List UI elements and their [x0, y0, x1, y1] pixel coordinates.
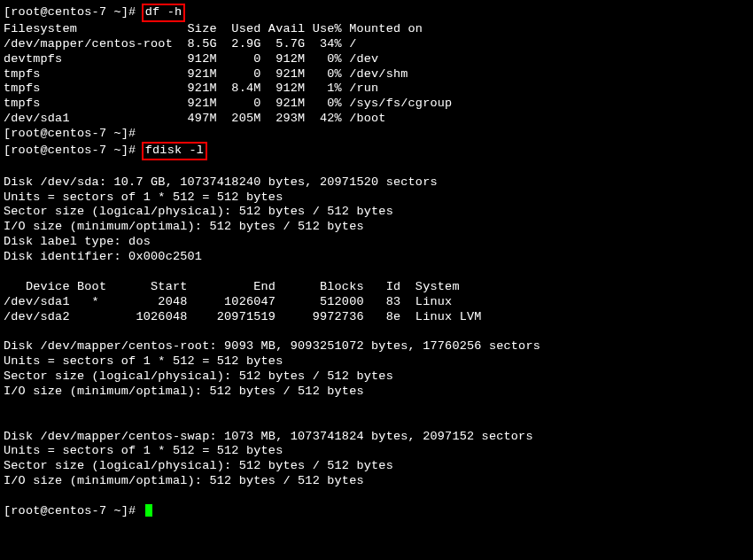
- command-highlight-2: fdisk -l: [142, 142, 207, 160]
- partition-header: Device Boot Start End Blocks Id System: [4, 280, 749, 295]
- command-text-1: df -h: [145, 5, 182, 19]
- fdisk-line: Sector size (logical/physical): 512 byte…: [4, 205, 749, 220]
- blank-line: [4, 160, 749, 175]
- fdisk-line: Sector size (logical/physical): 512 byte…: [4, 459, 749, 474]
- prompt-text: [root@centos-7 ~]#: [4, 5, 144, 19]
- blank-line: [4, 400, 749, 415]
- fdisk-sda-block: Disk /dev/sda: 10.7 GB, 10737418240 byte…: [4, 175, 749, 265]
- command-text-2: fdisk -l: [145, 144, 204, 157]
- fdisk-line: I/O size (minimum/optimal): 512 bytes / …: [4, 220, 749, 235]
- df-row: devtmpfs 912M 0 912M 0% /dev: [4, 52, 749, 67]
- partition-row: /dev/sda1 * 2048 1026047 512000 83 Linux: [4, 295, 749, 310]
- fdisk-line: Disk /dev/sda: 10.7 GB, 10737418240 byte…: [4, 175, 749, 191]
- fdisk-line: Disk /dev/mapper/centos-swap: 1073 MB, 1…: [4, 430, 749, 445]
- fdisk-line: Units = sectors of 1 * 512 = 512 bytes: [4, 191, 749, 206]
- blank-line: [4, 415, 749, 430]
- prompt-line-empty[interactable]: [root@centos-7 ~]#: [4, 127, 749, 142]
- df-row: tmpfs 921M 0 921M 0% /sys/fs/cgroup: [4, 97, 749, 112]
- prompt-line-final[interactable]: [root@centos-7 ~]#: [4, 504, 749, 519]
- partition-rows: /dev/sda1 * 2048 1026047 512000 83 Linux…: [4, 295, 749, 325]
- fdisk-line: Disk identifier: 0x000c2501: [4, 250, 749, 265]
- fdisk-line: I/O size (minimum/optimal): 512 bytes / …: [4, 474, 749, 489]
- fdisk-root-block: Disk /dev/mapper/centos-root: 9093 MB, 9…: [4, 339, 749, 400]
- fdisk-line: Sector size (logical/physical): 512 byte…: [4, 369, 749, 385]
- partition-row: /dev/sda2 1026048 20971519 9972736 8e Li…: [4, 310, 749, 325]
- prompt-text: [root@centos-7 ~]#: [4, 144, 144, 157]
- blank-line: [4, 265, 749, 280]
- df-row: /dev/mapper/centos-root 8.5G 2.9G 5.7G 3…: [4, 37, 749, 52]
- command-highlight-1: df -h: [142, 4, 186, 22]
- df-output: /dev/mapper/centos-root 8.5G 2.9G 5.7G 3…: [4, 37, 749, 127]
- blank-line: [4, 489, 749, 504]
- prompt-line-2[interactable]: [root@centos-7 ~]# fdisk -l: [4, 142, 749, 160]
- cursor-block: [145, 504, 152, 517]
- prompt-text: [root@centos-7 ~]#: [4, 504, 144, 517]
- fdisk-line: I/O size (minimum/optimal): 512 bytes / …: [4, 385, 749, 400]
- fdisk-swap-block: Disk /dev/mapper/centos-swap: 1073 MB, 1…: [4, 430, 749, 490]
- fdisk-line: Disk label type: dos: [4, 235, 749, 250]
- df-row: /dev/sda1 497M 205M 293M 42% /boot: [4, 112, 749, 127]
- prompt-line-1[interactable]: [root@centos-7 ~]# df -h: [4, 4, 749, 22]
- df-row: tmpfs 921M 8.4M 912M 1% /run: [4, 82, 749, 97]
- fdisk-line: Units = sectors of 1 * 512 = 512 bytes: [4, 444, 749, 459]
- blank-line: [4, 324, 749, 339]
- fdisk-line: Disk /dev/mapper/centos-root: 9093 MB, 9…: [4, 339, 749, 354]
- df-row: tmpfs 921M 0 921M 0% /dev/shm: [4, 67, 749, 82]
- fdisk-line: Units = sectors of 1 * 512 = 512 bytes: [4, 354, 749, 369]
- df-header: Filesystem Size Used Avail Use% Mounted …: [4, 22, 749, 37]
